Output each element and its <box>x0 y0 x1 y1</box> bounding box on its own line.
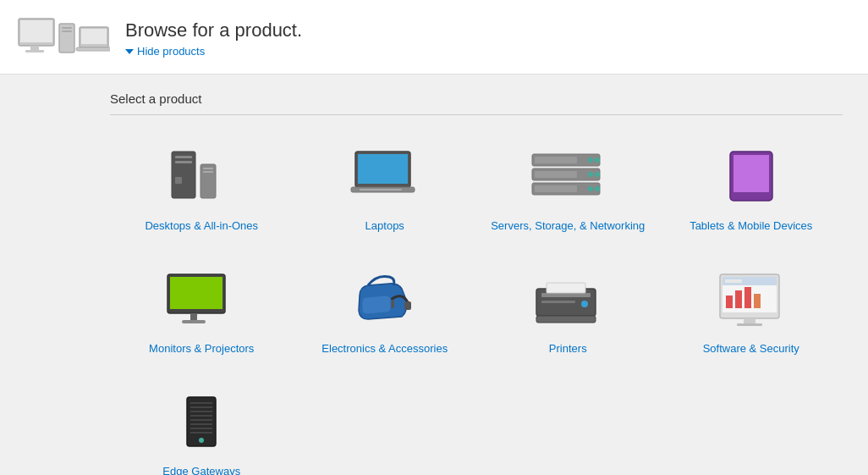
svg-rect-53 <box>735 290 742 308</box>
svg-rect-56 <box>744 318 755 323</box>
svg-rect-2 <box>30 46 39 50</box>
product-item-gateways[interactable]: Edge Gateways <box>110 378 294 475</box>
page-header: Browse for a product. Hide products <box>0 0 868 75</box>
product-item-laptops[interactable]: Laptops <box>294 132 477 246</box>
svg-point-31 <box>588 186 593 191</box>
svg-rect-5 <box>62 27 72 29</box>
electronics-svg <box>347 270 423 329</box>
svg-rect-43 <box>541 293 591 297</box>
laptop-svg <box>347 147 423 207</box>
product-label-monitors: Monitors & Projectors <box>149 341 254 356</box>
svg-rect-55 <box>754 294 761 308</box>
svg-rect-38 <box>190 313 197 320</box>
svg-rect-12 <box>175 161 192 163</box>
select-product-label: Select a product <box>110 91 843 115</box>
svg-rect-47 <box>536 316 596 323</box>
product-label-servers: Servers, Storage, & Networking <box>491 218 645 234</box>
svg-rect-37 <box>170 277 222 309</box>
svg-rect-6 <box>62 30 72 32</box>
svg-rect-39 <box>182 320 206 323</box>
product-image-printers <box>525 268 610 331</box>
svg-rect-57 <box>737 323 762 326</box>
svg-rect-10 <box>172 152 195 198</box>
product-item-servers[interactable]: Servers, Storage, & Networking <box>476 132 660 246</box>
svg-rect-52 <box>726 295 733 308</box>
svg-rect-20 <box>360 189 402 191</box>
svg-rect-11 <box>175 156 192 158</box>
svg-rect-9 <box>76 47 110 51</box>
svg-rect-8 <box>81 29 107 44</box>
desktop-svg <box>163 147 239 207</box>
product-item-monitors[interactable]: Monitors & Projectors <box>110 255 294 369</box>
svg-point-27 <box>588 172 593 177</box>
svg-rect-34 <box>733 155 769 192</box>
svg-point-28 <box>595 172 600 177</box>
product-image-software <box>709 268 794 331</box>
server-svg <box>528 147 608 207</box>
svg-rect-22 <box>535 157 577 163</box>
arrow-icon <box>125 49 134 54</box>
product-image-desktops <box>159 145 244 208</box>
svg-rect-15 <box>203 168 213 169</box>
svg-point-45 <box>581 301 588 307</box>
product-item-desktops[interactable]: Desktops & All-in-Ones <box>110 132 294 246</box>
product-item-electronics[interactable]: Electronics & Accessories <box>294 255 477 369</box>
product-label-laptops: Laptops <box>365 218 404 234</box>
product-item-software[interactable]: Software & Security <box>660 255 843 369</box>
printer-svg <box>530 270 606 329</box>
product-image-gateways <box>159 390 244 454</box>
svg-point-23 <box>588 157 593 163</box>
svg-point-32 <box>595 186 600 191</box>
tablet-svg <box>713 147 789 207</box>
product-label-gateways: Edge Gateways <box>162 464 240 475</box>
header-icon <box>17 15 110 62</box>
product-image-monitors <box>159 268 244 331</box>
svg-rect-16 <box>203 171 213 173</box>
product-image-servers <box>525 145 610 208</box>
product-label-desktops: Desktops & All-in-Ones <box>145 218 258 234</box>
product-image-tablets <box>709 145 794 208</box>
hide-products-label: Hide products <box>137 45 205 58</box>
svg-point-67 <box>199 438 204 443</box>
product-image-electronics <box>343 268 427 331</box>
product-label-printers: Printers <box>549 341 587 356</box>
svg-rect-30 <box>535 185 577 192</box>
main-content: Select a product Desktops & All-in-Ones <box>0 75 868 475</box>
svg-rect-46 <box>541 301 575 303</box>
svg-rect-26 <box>535 171 577 178</box>
svg-rect-18 <box>358 154 408 184</box>
hide-products-link[interactable]: Hide products <box>125 45 851 58</box>
svg-point-24 <box>595 157 600 163</box>
product-label-software: Software & Security <box>703 341 799 356</box>
gateway-svg <box>163 393 239 452</box>
svg-rect-3 <box>25 50 44 52</box>
product-image-laptops <box>343 145 427 208</box>
header-text-block: Browse for a product. Hide products <box>125 19 851 58</box>
page-title: Browse for a product. <box>125 19 851 41</box>
monitor-svg <box>163 270 239 329</box>
product-grid: Desktops & All-in-Ones Laptops <box>110 132 843 475</box>
product-item-printers[interactable]: Printers <box>476 255 660 369</box>
product-label-electronics: Electronics & Accessories <box>321 341 448 356</box>
software-svg <box>713 270 789 329</box>
svg-rect-41 <box>404 301 411 310</box>
svg-rect-1 <box>20 20 52 42</box>
computer-icons-svg <box>17 15 110 62</box>
product-item-tablets[interactable]: Tablets & Mobile Devices <box>660 132 843 246</box>
svg-rect-54 <box>744 287 751 308</box>
product-label-tablets: Tablets & Mobile Devices <box>689 218 812 234</box>
svg-rect-51 <box>725 279 742 283</box>
svg-rect-44 <box>547 283 585 293</box>
svg-rect-13 <box>175 177 182 184</box>
